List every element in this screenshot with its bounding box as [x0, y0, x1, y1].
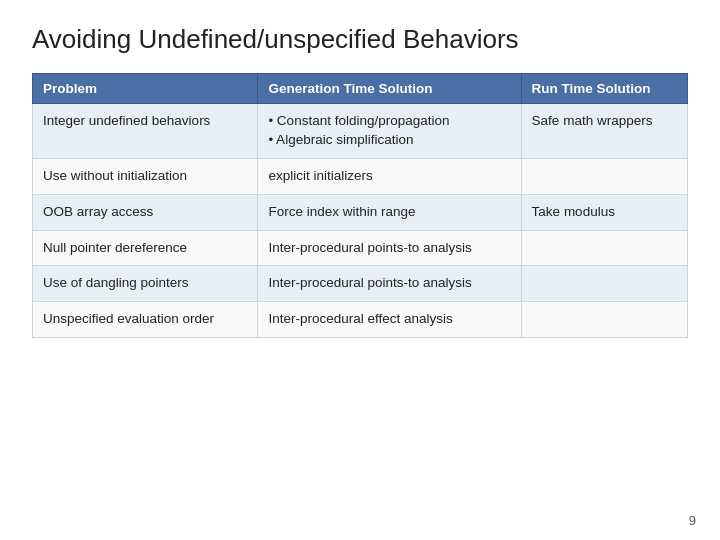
cell-generation: Inter-procedural effect analysis [258, 302, 521, 338]
col-header-problem: Problem [33, 74, 258, 104]
cell-runtime [521, 266, 687, 302]
col-header-runtime: Run Time Solution [521, 74, 687, 104]
comparison-table: Problem Generation Time Solution Run Tim… [32, 73, 688, 338]
table-header-row: Problem Generation Time Solution Run Tim… [33, 74, 688, 104]
cell-runtime [521, 230, 687, 266]
cell-generation: Inter-procedural points-to analysis [258, 266, 521, 302]
col-header-generation: Generation Time Solution [258, 74, 521, 104]
cell-runtime: Take modulus [521, 194, 687, 230]
slide-title: Avoiding Undefined/unspecified Behaviors [32, 24, 688, 55]
cell-problem: OOB array access [33, 194, 258, 230]
table-row: Unspecified evaluation orderInter-proced… [33, 302, 688, 338]
cell-problem: Integer undefined behaviors [33, 104, 258, 159]
table-row: Integer undefined behaviors• Constant fo… [33, 104, 688, 159]
table-row: Null pointer dereferenceInter-procedural… [33, 230, 688, 266]
page-number: 9 [689, 513, 696, 528]
cell-problem: Unspecified evaluation order [33, 302, 258, 338]
cell-generation: • Constant folding/propagation• Algebrai… [258, 104, 521, 159]
cell-generation: Force index within range [258, 194, 521, 230]
cell-problem: Use of dangling pointers [33, 266, 258, 302]
cell-problem: Null pointer dereference [33, 230, 258, 266]
cell-problem: Use without initialization [33, 158, 258, 194]
cell-runtime [521, 158, 687, 194]
cell-generation: Inter-procedural points-to analysis [258, 230, 521, 266]
cell-runtime: Safe math wrappers [521, 104, 687, 159]
table-row: Use without initializationexplicit initi… [33, 158, 688, 194]
slide-container: Avoiding Undefined/unspecified Behaviors… [0, 0, 720, 540]
table-row: Use of dangling pointersInter-procedural… [33, 266, 688, 302]
table-row: OOB array accessForce index within range… [33, 194, 688, 230]
cell-runtime [521, 302, 687, 338]
cell-generation: explicit initializers [258, 158, 521, 194]
